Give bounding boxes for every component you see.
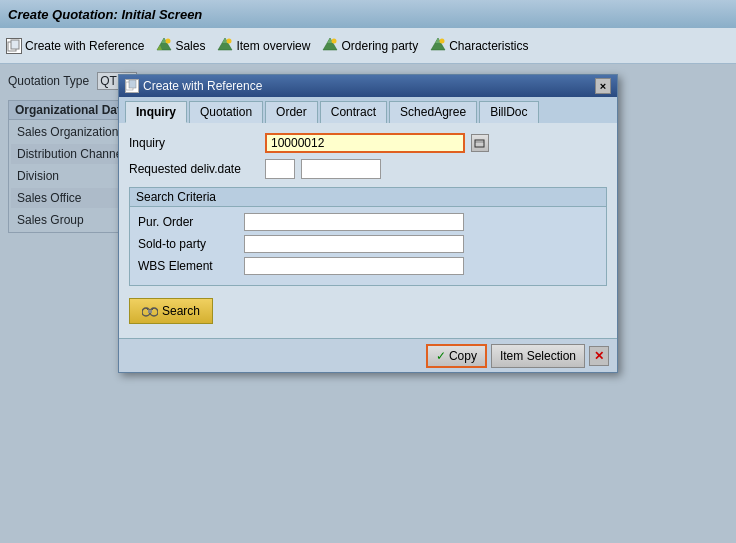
pur-order-row: Pur. Order [138,213,598,231]
copy-button-label: Copy [449,349,477,363]
modal-title-left: Create with Reference [125,79,262,93]
tab-inquiry[interactable]: Inquiry [125,101,187,123]
create-with-reference-dialog: Create with Reference × Inquiry Quotatio… [118,74,618,373]
requested-deliv-date-input[interactable] [301,159,381,179]
sold-to-party-input[interactable] [244,235,464,253]
wbs-element-label: WBS Element [138,259,238,273]
cancel-x-icon: ✕ [594,349,604,363]
wbs-element-input[interactable] [244,257,464,275]
modal-title-text: Create with Reference [143,79,262,93]
modal-overlay: Create with Reference × Inquiry Quotatio… [0,64,736,543]
toolbar-item-overview-label: Item overview [236,39,310,53]
svg-rect-1 [11,40,19,49]
svg-rect-16 [129,80,136,88]
wbs-element-row: WBS Element [138,257,598,275]
copy-button[interactable]: ✓ Copy [426,344,487,368]
inquiry-input[interactable] [265,133,465,153]
modal-close-button[interactable]: × [595,78,611,94]
svg-rect-21 [148,310,152,313]
svg-point-14 [440,39,445,44]
search-btn-area: Search [129,294,607,328]
toolbar-sales-label: Sales [175,39,205,53]
toolbar: Create with Reference Sales Item overvie… [0,28,736,64]
item-selection-button[interactable]: Item Selection [491,344,585,368]
toolbar-create-with-reference-label: Create with Reference [25,39,144,53]
tab-billdoc[interactable]: BillDoc [479,101,538,123]
svg-point-11 [332,39,337,44]
sales-mountain-icon [156,36,172,55]
characteristics-mountain-icon [430,36,446,55]
search-criteria-body: Pur. Order Sold-to party WBS Element [130,207,606,285]
requested-deliv-date-label: Requested deliv.date [129,162,259,176]
toolbar-create-with-reference[interactable]: Create with Reference [6,38,144,54]
modal-title-bar: Create with Reference × [119,75,617,97]
pur-order-input[interactable] [244,213,464,231]
item-selection-button-label: Item Selection [500,349,576,363]
modal-footer: ✓ Copy Item Selection ✕ [119,338,617,372]
search-button[interactable]: Search [129,298,213,324]
copy-ref-icon [6,38,22,54]
ordering-party-mountain-icon [322,36,338,55]
toolbar-characteristics[interactable]: Characteristics [430,36,528,55]
tab-schedagree[interactable]: SchedAgree [389,101,477,123]
tab-order[interactable]: Order [265,101,318,123]
main-area: Quotation Type Organizational Data Sales… [0,64,736,543]
search-button-label: Search [162,304,200,318]
sold-to-party-row: Sold-to party [138,235,598,253]
toolbar-ordering-party[interactable]: Ordering party [322,36,418,55]
copy-check-icon: ✓ [436,349,446,363]
toolbar-item-overview[interactable]: Item overview [217,36,310,55]
cancel-button[interactable]: ✕ [589,346,609,366]
page-title: Create Quotation: Initial Screen [8,7,202,22]
search-criteria-title: Search Criteria [130,188,606,207]
inquiry-browse-button[interactable] [471,134,489,152]
tab-contract[interactable]: Contract [320,101,387,123]
search-criteria-section: Search Criteria Pur. Order Sold-to party… [129,187,607,286]
tab-bar: Inquiry Quotation Order Contract SchedAg… [119,97,617,123]
sold-to-party-label: Sold-to party [138,237,238,251]
toolbar-sales[interactable]: Sales [156,36,205,55]
binoculars-icon [142,303,158,319]
svg-point-8 [227,39,232,44]
requested-deliv-date-row: Requested deliv.date [129,159,607,179]
svg-point-5 [166,39,171,44]
requested-deliv-date-day[interactable] [265,159,295,179]
item-overview-mountain-icon [217,36,233,55]
tab-quotation[interactable]: Quotation [189,101,263,123]
svg-rect-17 [475,140,484,147]
title-bar: Create Quotation: Initial Screen [0,0,736,28]
pur-order-label: Pur. Order [138,215,238,229]
toolbar-ordering-party-label: Ordering party [341,39,418,53]
inquiry-label: Inquiry [129,136,259,150]
toolbar-characteristics-label: Characteristics [449,39,528,53]
modal-body: Inquiry Requested deliv.date [119,123,617,338]
modal-copy-icon [125,79,139,93]
inquiry-field-row: Inquiry [129,133,607,153]
